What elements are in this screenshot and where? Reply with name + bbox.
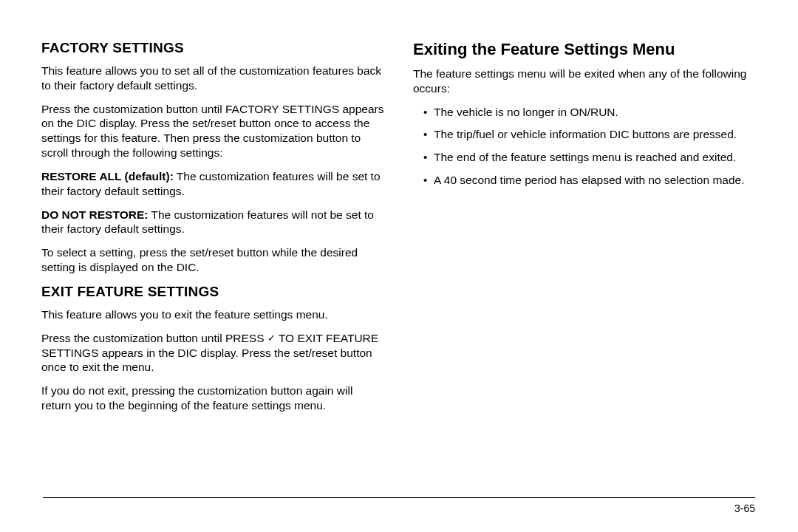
para-exiting-intro: The feature settings menu will be exited… [413, 66, 757, 96]
para-exit-instructions: Press the customization button until PRE… [41, 331, 385, 375]
para-factory-instructions: Press the customization button until FAC… [41, 102, 385, 160]
checkmark-icon: ✓ [267, 332, 276, 345]
left-column: FACTORY SETTINGS This feature allows you… [41, 40, 385, 422]
para-factory-intro: This feature allows you to set all of th… [41, 64, 385, 93]
para-do-not-restore: DO NOT RESTORE: The customization featur… [41, 208, 385, 237]
list-item: A 40 second time period has elapsed with… [423, 173, 757, 188]
footer-rule [43, 497, 755, 498]
para-restore-all: RESTORE ALL (default): The customization… [41, 169, 385, 199]
text-exit-a: Press the customization button until PRE… [41, 332, 267, 344]
heading-factory-settings: FACTORY SETTINGS [41, 40, 385, 56]
heading-exiting-menu: Exiting the Feature Settings Menu [413, 40, 757, 59]
page-footer: 3-65 [43, 497, 755, 514]
exit-conditions-list: The vehicle is no longer in ON/RUN. The … [413, 105, 757, 188]
para-exit-return: If you do not exit, pressing the customi… [41, 383, 385, 413]
para-exit-intro: This feature allows you to exit the feat… [41, 307, 385, 322]
list-item: The trip/fuel or vehicle information DIC… [423, 127, 757, 142]
right-column: Exiting the Feature Settings Menu The fe… [413, 40, 757, 422]
label-do-not-restore: DO NOT RESTORE: [41, 208, 148, 221]
page-number: 3-65 [43, 502, 755, 514]
para-select-setting: To select a setting, press the set/reset… [41, 245, 385, 275]
list-item: The vehicle is no longer in ON/RUN. [423, 105, 757, 120]
label-restore-all: RESTORE ALL (default): [41, 170, 174, 183]
list-item: The end of the feature settings menu is … [423, 150, 757, 165]
heading-exit-feature-settings: EXIT FEATURE SETTINGS [41, 284, 385, 300]
page-body: FACTORY SETTINGS This feature allows you… [0, 0, 798, 422]
